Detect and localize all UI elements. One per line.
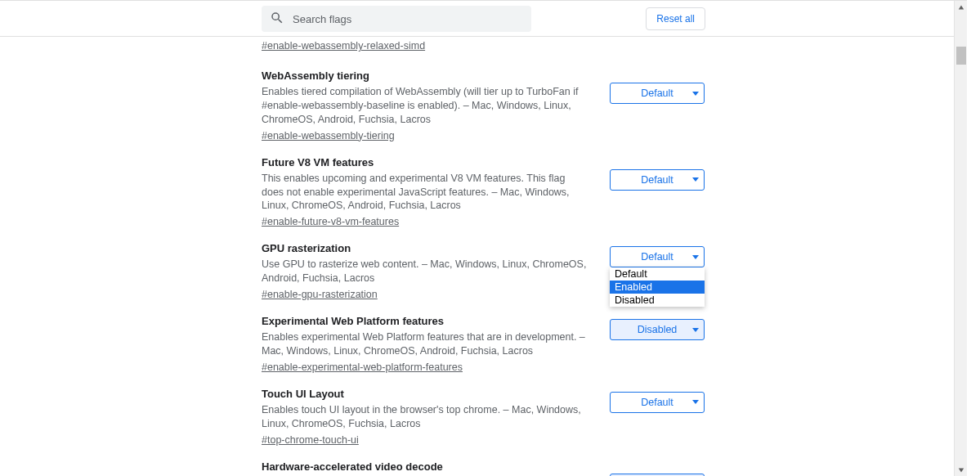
flag-dropdown[interactable]: Disabled	[610, 319, 705, 340]
page-root: Reset all #enable-webassembly-relaxed-si…	[0, 0, 967, 476]
flag-anchor-link[interactable]: #enable-webassembly-relaxed-simd	[262, 40, 425, 52]
flag-title: Hardware-accelerated video decode	[262, 460, 588, 473]
scroll-down-arrow[interactable]	[955, 464, 967, 476]
flag-title: Future V8 VM features	[262, 156, 588, 168]
flag-description: Enables experimental Web Platform featur…	[262, 330, 588, 358]
flag-anchor-link[interactable]: #enable-gpu-rasterization	[262, 289, 378, 300]
flag-description: This enables upcoming and experimental V…	[262, 172, 588, 213]
flag-anchor-link[interactable]: #enable-webassembly-tiering	[262, 130, 395, 141]
dropdown-value: Disabled	[638, 324, 678, 335]
flag-row: Touch UI Layout Enables touch UI layout …	[262, 378, 707, 451]
flag-title: Experimental Web Platform features	[262, 315, 588, 327]
flags-list: #enable-webassembly-relaxed-simd WebAsse…	[262, 37, 707, 476]
chevron-down-icon	[692, 177, 699, 182]
flag-row: Future V8 VM features This enables upcom…	[262, 146, 707, 233]
flag-dropdown[interactable]: Default	[610, 83, 705, 104]
flag-dropdown[interactable]: Enabled	[610, 474, 705, 477]
chevron-down-icon	[692, 328, 699, 332]
header-bar: Reset all	[0, 1, 967, 37]
dropdown-value: Default	[641, 251, 673, 263]
dropdown-option-disabled[interactable]: Disabled	[610, 294, 705, 307]
flag-description: Enables tiered compilation of WebAssembl…	[262, 85, 588, 127]
flag-anchor-partial: #enable-webassembly-relaxed-simd	[262, 39, 707, 60]
flag-dropdown[interactable]: Default	[610, 246, 705, 267]
scroll-up-arrow[interactable]	[955, 1, 967, 14]
scrollbar[interactable]	[954, 1, 967, 476]
flag-anchor-link[interactable]: #enable-experimental-web-platform-featur…	[262, 361, 463, 373]
chevron-down-icon	[692, 255, 699, 259]
flag-title: GPU rasterization	[262, 242, 588, 254]
search-box[interactable]	[262, 6, 531, 32]
flag-dropdown[interactable]: Default	[610, 392, 705, 413]
dropdown-value: Default	[641, 88, 673, 99]
dropdown-value: Default	[641, 174, 673, 186]
flag-row: GPU rasterization Use GPU to rasterize w…	[262, 232, 707, 305]
reset-all-button[interactable]: Reset all	[646, 7, 705, 30]
flag-row: WebAssembly tiering Enables tiered compi…	[262, 60, 707, 146]
flag-description: Use GPU to rasterize web content. – Mac,…	[262, 258, 588, 285]
dropdown-value: Default	[641, 397, 673, 408]
flag-row: Experimental Web Platform features Enabl…	[262, 305, 707, 378]
flag-description: Enables touch UI layout in the browser's…	[262, 403, 588, 431]
dropdown-listbox[interactable]: Default Enabled Disabled	[610, 267, 705, 307]
flag-row: Hardware-accelerated video decode Hardwa…	[262, 451, 707, 477]
search-icon	[270, 11, 291, 28]
dropdown-option-enabled[interactable]: Enabled	[610, 281, 705, 294]
chevron-down-icon	[692, 400, 699, 404]
chevron-down-icon	[692, 92, 699, 96]
flag-anchor-link[interactable]: #top-chrome-touch-ui	[262, 434, 359, 446]
scroll-thumb[interactable]	[956, 47, 966, 65]
search-input[interactable]	[291, 12, 523, 26]
flag-dropdown[interactable]: Default	[610, 169, 705, 191]
flag-anchor-link[interactable]: #enable-future-v8-vm-features	[262, 216, 399, 227]
flag-title: Touch UI Layout	[262, 388, 588, 400]
dropdown-option-default[interactable]: Default	[610, 267, 705, 281]
flag-title: WebAssembly tiering	[262, 70, 588, 82]
